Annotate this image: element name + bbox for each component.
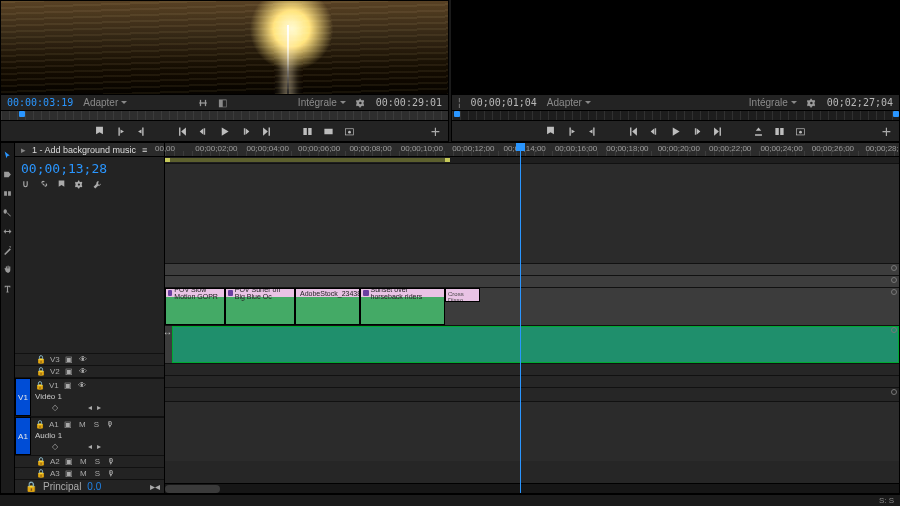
play-icon[interactable] [219,126,230,137]
svg-rect-2 [205,99,206,105]
toggle-output-icon[interactable]: ▣ [65,355,74,364]
track-a1-lane[interactable]: ↔ [165,325,899,363]
track-header-v3[interactable]: 🔒 V3 ▣ 👁 [15,353,164,365]
extract-icon[interactable] [774,126,785,137]
sequence-tab[interactable]: ▸ 1 - Add background music ≡ [15,143,164,157]
ripple-edit-tool-icon[interactable] [3,189,12,198]
snap-icon[interactable] [21,180,30,189]
wrench-icon[interactable] [93,180,102,189]
lock-icon[interactable]: 🔒 [36,367,45,376]
ruler-tick: 00;00;04;00 [247,144,289,153]
time-ruler[interactable]: 00,00 00;00;02;00 00;00;04;00 00;00;06;0… [165,143,899,157]
video-clip[interactable]: POV Slow Motion GOPR [165,288,225,325]
program-monitor-info-bar: ¦ 00;00;01;04 Adapter Intégrale 00;02;27… [452,94,899,110]
ruler-tick: 00;00;14;00 [504,144,546,153]
timeline-panel: ▸ 1 - Add background music ≡ 00;00;13;28… [0,142,900,494]
source-patch-a1[interactable]: A1 [15,417,31,455]
program-current-timecode[interactable]: 00;00;01;04 [471,97,537,108]
video-clip[interactable]: POV Surfer on Big Blue Oc [225,288,295,325]
panel-menu-icon[interactable]: ≡ [142,145,145,155]
mark-in-icon[interactable] [566,126,577,137]
track-header-a2[interactable]: 🔒 A2 ▣MS🎙 [15,455,164,467]
source-scrub-bar[interactable] [1,110,448,121]
video-clip[interactable]: AdobeStock_234381 [295,288,360,325]
ruler-tick: 00;00;16;00 [555,144,597,153]
ruler-tick: 00;00;02;00 [195,144,237,153]
razor-tool-icon[interactable] [3,208,12,217]
slip-tool-icon[interactable] [3,227,12,236]
step-back-icon[interactable] [649,126,660,137]
add-marker-icon[interactable] [57,180,66,189]
source-settings-button-2[interactable] [356,98,366,108]
track-header-v2[interactable]: 🔒 V2 ▣ 👁 [15,365,164,377]
add-marker-icon[interactable] [545,126,556,137]
track-v1-lane[interactable]: POV Slow Motion GOPR POV Surfer on Big B… [165,287,899,325]
track-master-lane[interactable] [165,387,899,401]
type-tool-icon[interactable] [3,284,12,293]
cross-dissolve-clip[interactable]: Cross Disso [445,288,480,302]
step-back-icon[interactable] [198,126,209,137]
program-button-editor[interactable]: + [882,126,891,137]
program-zoom-dropdown[interactable]: Adapter [547,97,591,108]
pen-tool-icon[interactable] [3,246,12,255]
source-settings-button-1[interactable] [198,98,208,108]
track-header-v1[interactable]: V1 🔒V1▣👁 Vidéo 1 ◇◂▸ [15,377,164,416]
go-to-out-icon[interactable] [712,126,723,137]
export-frame-icon[interactable] [795,126,806,137]
program-settings-button[interactable] [807,98,817,108]
lock-icon[interactable]: 🔒 [36,355,45,364]
toggle-output-icon[interactable]: ▣ [65,367,74,376]
program-out-marker[interactable] [893,111,899,117]
audio-clip[interactable] [172,326,899,363]
ruler-tick: 00;00;10;00 [401,144,443,153]
go-to-out-icon[interactable] [261,126,272,137]
track-header-master[interactable]: 🔒 Principal 0.0 ▸◂ [15,479,164,493]
timeline-playhead-timecode[interactable]: 00;00;13;28 [15,157,164,178]
source-monitor-viewport[interactable] [1,1,448,94]
track-header-a1[interactable]: A1 🔒A1▣MS🎙 Audio 1 ◇◂▸ [15,416,164,455]
track-v3-lane[interactable] [165,263,899,275]
mark-in-icon[interactable] [115,126,126,137]
timeline-settings-icon[interactable] [75,180,84,189]
track-headers-column: ▸ 1 - Add background music ≡ 00;00;13;28… [15,143,165,493]
track-header-a3[interactable]: 🔒 A3 ▣MS🎙 [15,467,164,479]
hand-tool-icon[interactable] [3,265,12,274]
source-playhead-marker[interactable] [19,111,25,117]
scrollbar-thumb[interactable] [165,485,220,493]
track-a3-lane[interactable] [165,375,899,387]
program-monitor-viewport[interactable] [452,1,899,94]
mark-out-icon[interactable] [587,126,598,137]
add-marker-icon[interactable] [94,126,105,137]
video-clip[interactable]: Sunset over horseback riders [360,288,445,325]
master-gain-value[interactable]: 0.0 [87,481,101,492]
go-to-in-icon[interactable] [628,126,639,137]
export-frame-icon[interactable] [344,126,355,137]
program-resolution-dropdown[interactable]: Intégrale [749,97,797,108]
timeline-content[interactable]: 00,00 00;00;02;00 00;00;04;00 00;00;06;0… [165,143,899,493]
program-playhead-marker[interactable] [454,111,460,117]
overwrite-icon[interactable] [323,126,334,137]
source-resolution-dropdown[interactable]: Intégrale [298,97,346,108]
play-icon[interactable] [670,126,681,137]
status-bar: S: S [0,494,900,506]
step-forward-icon[interactable] [240,126,251,137]
track-select-tool-icon[interactable] [3,170,12,179]
lift-icon[interactable] [753,126,764,137]
mark-out-icon[interactable] [136,126,147,137]
track-v2-lane[interactable] [165,275,899,287]
source-button-editor[interactable]: + [431,126,440,137]
insert-icon[interactable] [302,126,313,137]
timeline-horizontal-scrollbar[interactable] [165,483,899,493]
toggle-eye-icon[interactable]: 👁 [79,367,88,376]
source-zoom-dropdown[interactable]: Adapter [83,97,127,108]
go-to-in-icon[interactable] [177,126,188,137]
source-current-timecode[interactable]: 00:00:03:19 [7,97,73,108]
collapse-icon[interactable]: ▸◂ [150,481,160,492]
track-a2-lane[interactable] [165,363,899,375]
toggle-eye-icon[interactable]: 👁 [79,355,88,364]
linked-selection-icon[interactable] [39,180,48,189]
selection-tool-icon[interactable] [3,151,12,160]
step-forward-icon[interactable] [691,126,702,137]
program-scrub-bar[interactable] [452,110,899,121]
source-patch-v1[interactable]: V1 [15,378,31,416]
